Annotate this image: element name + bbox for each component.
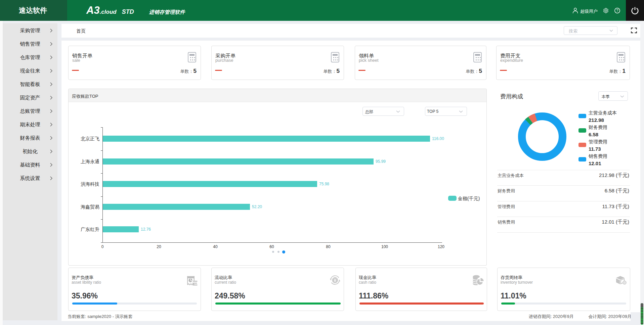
svg-text:?: ?: [616, 8, 618, 12]
